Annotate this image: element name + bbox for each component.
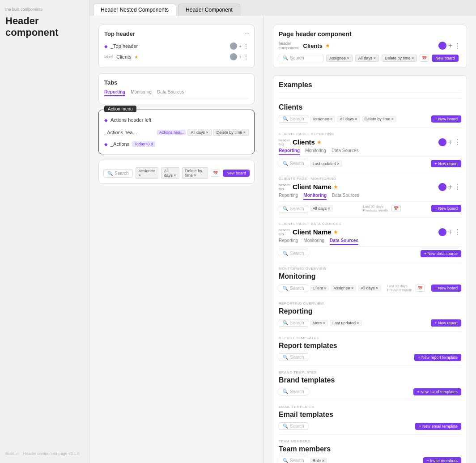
- page-filter-assignee[interactable]: Assignee ×: [326, 55, 353, 62]
- ex-search-3[interactable]: 🔍Search: [279, 205, 308, 212]
- plus-icon-2[interactable]: +: [239, 55, 242, 59]
- more-icon-2[interactable]: ⋮: [243, 54, 249, 60]
- ex-more-icon[interactable]: ⋮: [454, 42, 461, 50]
- ex-search-5[interactable]: 🔍Search: [279, 285, 308, 292]
- ex-search-1[interactable]: 🔍Search: [279, 115, 308, 123]
- ex-more-4[interactable]: ⋮: [454, 228, 461, 236]
- nested-controls: + ⋮: [230, 42, 249, 50]
- mini-tab-reporting[interactable]: Reporting: [104, 89, 125, 96]
- ex-search-9[interactable]: 🔍Search: [279, 422, 308, 430]
- examples-section: Examples Clients 🔍Search Assignee × All …: [273, 75, 467, 463]
- ex-f2-1[interactable]: Last updated ×: [310, 161, 342, 167]
- ex-cat-4: CLIENTS PAGE · DATA SOURCES: [279, 222, 461, 226]
- tab-right[interactable]: Header Component: [178, 4, 240, 16]
- cal-icon-5[interactable]: 📅: [416, 285, 425, 292]
- ex-tab-datasources-3[interactable]: Data Sources: [332, 193, 359, 200]
- cal-icon-3[interactable]: 📅: [391, 205, 401, 212]
- ex-btn-5[interactable]: + New board: [431, 285, 461, 292]
- ex-tab-reporting-4[interactable]: Reporting: [279, 238, 298, 245]
- ex-tab-reporting-2[interactable]: Reporting: [279, 148, 300, 155]
- ex-f6-1[interactable]: More ×: [310, 320, 328, 326]
- ex-heading-8: Brand templates: [279, 376, 461, 384]
- examples-title: Examples: [279, 81, 461, 93]
- filter-assignee[interactable]: Assignee ×: [136, 167, 158, 179]
- ex-heading-5: Monitoring: [279, 272, 461, 280]
- full-header-card: 🔍 Search Assignee × All days × Delete by…: [98, 160, 255, 184]
- ex-f1[interactable]: Assignee ×: [310, 116, 336, 122]
- ex-btn-1[interactable]: + New board: [431, 115, 461, 123]
- ex-plus-4[interactable]: +: [448, 228, 452, 236]
- ex-btn-7[interactable]: + New report template: [414, 354, 461, 361]
- ex-f5-1[interactable]: Client ×: [310, 285, 329, 291]
- ex-f3-1[interactable]: All days ×: [310, 205, 333, 212]
- page-new-board-btn[interactable]: New board: [432, 55, 459, 62]
- ex-search-10[interactable]: 🔍Search: [279, 457, 308, 463]
- ex-search-2[interactable]: 🔍Search: [279, 160, 308, 167]
- filter-delete[interactable]: Delete by time ×: [182, 167, 208, 179]
- mini-tab-datasources[interactable]: Data Sources: [157, 89, 184, 96]
- ex-search-6[interactable]: 🔍Search: [279, 319, 308, 327]
- ex-cat-10: TEAM MEMBERS: [279, 439, 461, 443]
- action-tag-1: Actions hea...: [157, 130, 186, 135]
- ex-heading-10: Team members: [279, 445, 461, 453]
- search-icon-3: 🔍: [283, 206, 288, 211]
- ex-plus-icon[interactable]: +: [448, 42, 452, 50]
- ex-tab-datasources-2[interactable]: Data Sources: [332, 148, 359, 155]
- more-icon[interactable]: ⋮: [243, 43, 249, 49]
- page-filter-delete[interactable]: Delete by time ×: [382, 55, 417, 62]
- ex-tab-monitoring-3[interactable]: Monitoring: [303, 193, 327, 200]
- avatar-2: [230, 53, 237, 60]
- ex-av-4: [438, 228, 446, 236]
- ex-more-2[interactable]: ⋮: [454, 138, 461, 146]
- new-board-btn[interactable]: New board: [223, 170, 250, 177]
- ex-tab-monitoring-4[interactable]: Monitoring: [303, 238, 324, 245]
- ex-btn-9[interactable]: + New email template: [415, 423, 461, 430]
- ex-tab-reporting-3[interactable]: Reporting: [279, 193, 298, 200]
- plus-icon[interactable]: +: [239, 44, 242, 49]
- panel-left: Top header ··· ◆ _Top header + ⋮ label C…: [89, 16, 264, 463]
- ex-btn-4[interactable]: + New data source: [421, 250, 461, 257]
- ex-plus-2[interactable]: +: [448, 138, 452, 146]
- ex-btn-3[interactable]: + New board: [431, 205, 461, 212]
- ex-f5-3[interactable]: All days ×: [358, 285, 381, 291]
- ex-f5-2[interactable]: Assignee ×: [331, 285, 356, 291]
- ex-search-4[interactable]: 🔍Search: [279, 250, 308, 257]
- ex-f3[interactable]: Delete by time ×: [362, 116, 396, 122]
- diamond-icon-4: ◆: [104, 142, 108, 147]
- mini-tab-monitoring[interactable]: Monitoring: [131, 89, 152, 96]
- search-input[interactable]: 🔍 Search: [103, 169, 133, 178]
- mini-tabs: Reporting Monitoring Data Sources: [104, 89, 249, 98]
- page-name: Clients: [303, 42, 323, 49]
- top-header-dots[interactable]: ···: [244, 30, 250, 37]
- ex-search-7[interactable]: 🔍Search: [279, 353, 308, 361]
- top-header-title: Top header: [104, 30, 249, 37]
- ex-f2[interactable]: All days ×: [337, 116, 360, 122]
- ex-more-3[interactable]: ⋮: [454, 183, 461, 191]
- ex-avatar-1: [438, 42, 446, 50]
- ex-f10-1[interactable]: Role ×: [310, 458, 327, 463]
- ex-cat-5: MONITORING OVERVIEW: [279, 267, 461, 271]
- ex-btn-8[interactable]: + New list of templates: [413, 388, 461, 395]
- sidebar-footer: Build.io Header component page v3.1.5: [5, 448, 84, 456]
- ex-cat-6: REPORTING OVERVIEW: [279, 302, 461, 306]
- ex-heading-9: Email templates: [279, 411, 461, 419]
- calendar-icon[interactable]: 📅: [211, 170, 220, 177]
- filter-alldays[interactable]: All days ×: [161, 167, 179, 179]
- page-calendar-icon[interactable]: 📅: [420, 55, 429, 62]
- ex-tab-datasources-4[interactable]: Data Sources: [330, 238, 358, 245]
- ex-btn-6[interactable]: + New report: [431, 319, 461, 327]
- ex-tab-monitoring-2[interactable]: Monitoring: [305, 148, 326, 155]
- sidebar-brand: the built components: [5, 7, 84, 12]
- ex-btn-2[interactable]: + New report: [431, 160, 461, 167]
- search-icon-4: 🔍: [283, 251, 288, 256]
- ex-f6-2[interactable]: Last updated ×: [330, 320, 362, 326]
- page-search-input[interactable]: 🔍 Search: [279, 54, 323, 62]
- ex-plus-3[interactable]: +: [448, 183, 452, 191]
- tab-left[interactable]: Header Nested Components: [93, 4, 176, 16]
- ex-star-3: ★: [333, 184, 338, 190]
- ex-search-8[interactable]: 🔍Search: [279, 388, 308, 395]
- ex-tabs-3: Reporting Monitoring Data Sources: [279, 193, 461, 202]
- ex-btn-10[interactable]: + Invite members: [423, 457, 461, 463]
- page-filter-days[interactable]: All days ×: [355, 55, 379, 62]
- tabs-title: Tabs: [104, 79, 249, 86]
